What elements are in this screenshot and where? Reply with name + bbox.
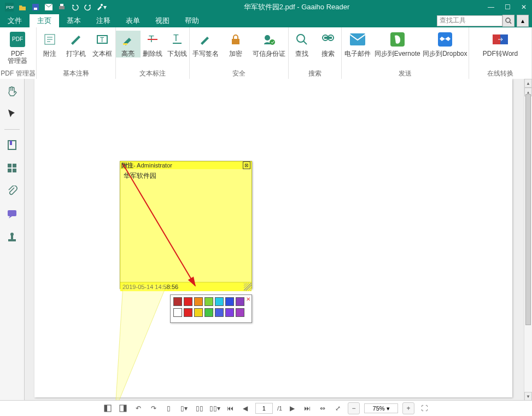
- status-facing-icon[interactable]: ▯▯: [194, 403, 205, 414]
- ribbon-find[interactable]: 查找: [289, 31, 315, 57]
- menu-help[interactable]: 帮助: [177, 14, 207, 27]
- menu-view[interactable]: 视图: [148, 14, 177, 27]
- ribbon-search[interactable]: 搜索: [315, 31, 341, 57]
- status-layout1-icon[interactable]: [102, 403, 113, 414]
- sticky-header[interactable]: 附注 - Administrator ⊠: [120, 161, 252, 169]
- color-swatch[interactable]: [184, 308, 192, 317]
- quick-access-toolbar: PDF ▾: [0, 2, 110, 13]
- panel-stamps-icon[interactable]: [4, 229, 20, 245]
- ribbon-dropbox[interactable]: 同步到Dropbox: [422, 31, 469, 57]
- zoom-out-button[interactable]: −: [348, 402, 360, 414]
- page-total: /1: [277, 405, 282, 412]
- sticky-body[interactable]: 华军软件园: [120, 169, 252, 282]
- ribbon-pdf-manager[interactable]: PDFPDF 管理器: [0, 31, 35, 65]
- svg-rect-34: [13, 169, 16, 172]
- scroll-up-button[interactable]: ▲: [524, 79, 532, 88]
- canvas[interactable]: 附注 - Administrator ⊠ 华军软件园 2019-05-14 14…: [25, 79, 524, 401]
- color-swatch[interactable]: [225, 308, 234, 317]
- ribbon-note[interactable]: 附注: [37, 31, 63, 57]
- color-swatch[interactable]: [173, 308, 182, 317]
- color-swatch[interactable]: [215, 308, 224, 317]
- ribbon-signature[interactable]: 手写签名: [190, 31, 222, 57]
- qat-open-icon[interactable]: [16, 2, 28, 13]
- prev-page-button[interactable]: ◀: [240, 403, 251, 414]
- qat-pdf-icon[interactable]: PDF: [3, 2, 15, 13]
- ribbon-strikethrough[interactable]: T删除线: [141, 31, 165, 57]
- svg-point-38: [10, 233, 14, 236]
- qat-undo-icon[interactable]: [69, 2, 81, 13]
- close-button[interactable]: ✕: [516, 0, 532, 14]
- qat-mail-icon[interactable]: [43, 2, 55, 13]
- search-toolbar: 查找工具 ▴: [437, 14, 532, 27]
- ribbon-textbox[interactable]: T文本框: [89, 31, 115, 57]
- svg-rect-33: [8, 169, 11, 172]
- svg-text:T: T: [173, 33, 179, 43]
- panel-comments-icon[interactable]: [4, 206, 20, 222]
- panel-thumbnails-icon[interactable]: [4, 160, 20, 176]
- fullscreen-icon[interactable]: ⛶: [419, 403, 430, 414]
- resize-grip-icon[interactable]: [244, 283, 252, 291]
- menu-home[interactable]: 主页: [30, 14, 59, 27]
- color-swatch[interactable]: [236, 297, 244, 306]
- ribbon-highlight[interactable]: 高亮: [116, 31, 141, 57]
- scroll-thumb[interactable]: [525, 94, 531, 325]
- ribbon-encrypt[interactable]: 加密: [222, 31, 250, 57]
- qat-redo-icon[interactable]: [82, 2, 94, 13]
- ribbon-trusted-id[interactable]: 可信身份证: [250, 31, 288, 57]
- menu-file[interactable]: 文件: [0, 14, 30, 27]
- status-continuous-icon[interactable]: ▯▾: [179, 403, 190, 414]
- color-swatch[interactable]: [225, 297, 234, 306]
- ribbon-typewriter[interactable]: 打字机: [63, 31, 89, 57]
- page-number-input[interactable]: [255, 403, 273, 414]
- menu-form[interactable]: 表单: [118, 14, 148, 27]
- minimize-button[interactable]: —: [483, 0, 499, 14]
- last-page-button[interactable]: ⏭: [302, 403, 313, 414]
- first-page-button[interactable]: ⏮: [225, 403, 236, 414]
- zoom-level[interactable]: 75% ▾: [364, 403, 398, 413]
- menu-basic[interactable]: 基本: [59, 14, 89, 27]
- status-rotate-left-icon[interactable]: ↶: [133, 403, 144, 414]
- color-swatch[interactable]: [215, 297, 224, 306]
- fit-page-icon[interactable]: ⤢: [332, 403, 343, 414]
- ribbon-collapse-button[interactable]: ▴: [517, 15, 529, 27]
- color-swatch[interactable]: [184, 297, 192, 306]
- color-swatch[interactable]: [204, 297, 213, 306]
- palette-close-icon[interactable]: ✕: [246, 296, 250, 302]
- qat-print-icon[interactable]: [56, 2, 68, 13]
- svg-rect-14: [123, 43, 127, 45]
- ribbon-evernote[interactable]: 同步到Evernote: [373, 31, 422, 57]
- sticky-close-icon[interactable]: ⊠: [243, 161, 250, 169]
- color-swatch[interactable]: [204, 308, 213, 317]
- color-swatch[interactable]: [194, 297, 203, 306]
- qat-save-icon[interactable]: [30, 2, 42, 13]
- status-layout2-icon[interactable]: [118, 403, 128, 414]
- ribbon-underline[interactable]: T下划线: [165, 31, 189, 57]
- maximize-button[interactable]: ☐: [499, 0, 516, 14]
- tool-select-icon[interactable]: [4, 106, 20, 122]
- next-page-button[interactable]: ▶: [287, 403, 297, 414]
- menu-comment[interactable]: 注释: [89, 14, 118, 27]
- tool-hand-icon[interactable]: [4, 83, 20, 99]
- color-swatch[interactable]: [236, 308, 244, 317]
- ribbon-pdf-to-word[interactable]: PDF转Word: [480, 31, 521, 57]
- scroll-down-button[interactable]: ▼: [524, 392, 532, 401]
- status-rotate-right-icon[interactable]: ↷: [148, 403, 159, 414]
- ribbon: PDFPDF 管理器 PDF 管理器 附注 打字机 T文本框 基本注释 高亮 T…: [0, 27, 532, 79]
- vertical-scrollbar[interactable]: ▲ ▴ ▼: [524, 79, 532, 401]
- panel-attachments-icon[interactable]: [4, 183, 20, 199]
- status-single-page-icon[interactable]: ▯: [163, 403, 174, 414]
- ribbon-email[interactable]: 电子邮件: [342, 31, 373, 57]
- zoom-in-button[interactable]: +: [402, 402, 414, 414]
- fit-width-icon[interactable]: ⇔: [317, 403, 328, 414]
- sticky-user: - Administrator: [133, 162, 172, 169]
- qat-tools-icon[interactable]: ▾: [95, 2, 107, 13]
- sticky-note[interactable]: 附注 - Administrator ⊠ 华军软件园 2019-05-14 14…: [120, 161, 252, 289]
- search-tools-button[interactable]: [502, 15, 515, 27]
- search-tools-input[interactable]: 查找工具: [437, 15, 502, 26]
- svg-text:T: T: [100, 36, 104, 44]
- menubar: 文件 主页 基本 注释 表单 视图 帮助 查找工具 ▴: [0, 14, 532, 27]
- color-swatch[interactable]: [194, 308, 203, 317]
- panel-bookmarks-icon[interactable]: [4, 137, 20, 153]
- status-facing-cont-icon[interactable]: ▯▯▾: [209, 403, 220, 414]
- color-swatch[interactable]: [173, 297, 182, 306]
